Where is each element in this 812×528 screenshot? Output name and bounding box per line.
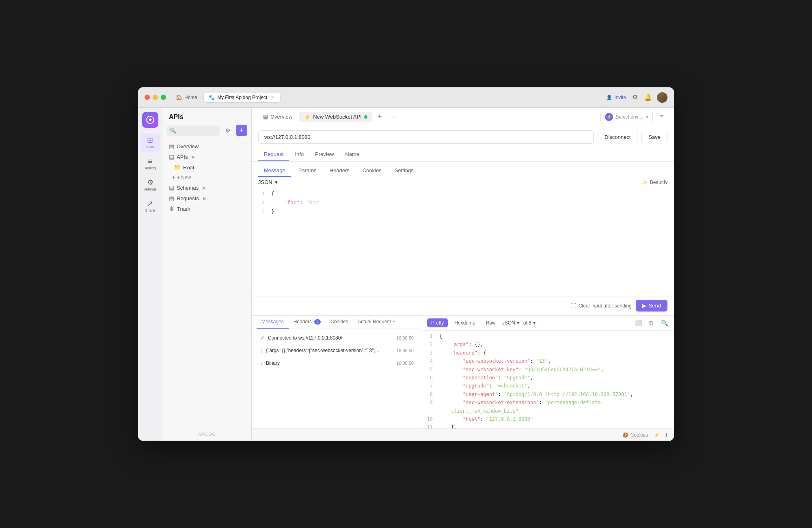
response-encoding-selector[interactable]: utf8 ▾	[523, 320, 536, 326]
req-tab-info[interactable]: Info	[289, 148, 309, 161]
secondary-sidebar: APIs 🔍 ⚙ + ▤ Overview ▤ APIs ▶	[162, 108, 252, 441]
requests-tree-icon: ▤	[169, 195, 174, 201]
message-left-binary: ↓ Binary	[260, 360, 393, 366]
bottom-tab-messages[interactable]: Messages	[257, 316, 289, 329]
tree-item-trash[interactable]: 🗑 Trash	[166, 203, 248, 214]
message-item-connected[interactable]: ✓ Connected to ws://127.0.0.1:8080/ 16:0…	[254, 332, 419, 344]
message-item-binary[interactable]: ↓ Binary 16:08:50	[254, 357, 419, 369]
resp-tab-pretty[interactable]: Pretty	[427, 318, 448, 327]
maximize-button[interactable]	[161, 95, 166, 100]
sidebar-item-settings[interactable]: ⚙ Settings	[140, 175, 160, 195]
sidebar-item-share[interactable]: ↗ Share	[140, 196, 160, 216]
search-icon: 🔍	[170, 128, 176, 134]
beautify-button[interactable]: ✨ Beautify	[642, 180, 667, 185]
root-tree-label: Root	[183, 164, 194, 171]
resp-line-1: 1 {	[426, 332, 670, 340]
resp-line-10: 10 "host": "127.0.0.1:8080"	[426, 415, 670, 423]
cookies-status-label: Cookies	[631, 432, 648, 438]
status-icon-2[interactable]: ⚡	[654, 432, 660, 438]
sidebar-title: APIs	[169, 113, 184, 121]
invite-button[interactable]: 👤 Invite	[606, 95, 626, 100]
share-icon: ↗	[147, 200, 153, 207]
resp-line-9b: client_max_window_bits",	[426, 407, 670, 415]
clear-input-checkbox[interactable]	[571, 303, 576, 308]
resp-line-4: 4 "sec-websocket-version": "13",	[426, 357, 670, 365]
info-status-icon: ℹ	[665, 432, 667, 438]
save-button[interactable]: Save	[641, 131, 667, 143]
disconnect-button[interactable]: Disconnect	[598, 131, 637, 143]
nav-tab-ws[interactable]: ⚡ New WebSocket API	[299, 112, 372, 122]
bell-icon[interactable]: 🔔	[644, 93, 652, 102]
add-button[interactable]: +	[236, 125, 247, 136]
format-selector[interactable]: JSON ▾	[258, 179, 278, 185]
testing-icon: ≡	[148, 158, 152, 165]
env-icon: ⚡	[605, 113, 613, 121]
ws-icon: ⚡	[304, 114, 311, 120]
message-list: ✓ Connected to ws://127.0.0.1:8080/ 16:0…	[252, 329, 422, 428]
sidebar-item-testing[interactable]: ≡ Testing	[140, 154, 160, 173]
testing-label: Testing	[144, 166, 156, 170]
home-icon: 🏠	[176, 95, 182, 100]
filter-button[interactable]: ⚙	[222, 125, 233, 136]
nav-tab-overview[interactable]: ▤ Overview	[258, 112, 297, 122]
tree-item-apis[interactable]: ▤ APIs ▶	[166, 151, 248, 162]
tab-home[interactable]: 🏠 Home	[171, 93, 202, 102]
code-line-2: 2 "foo": "bar"	[258, 198, 667, 207]
msg-tab-headers[interactable]: Headers	[324, 165, 355, 177]
req-tab-name[interactable]: Name	[339, 148, 365, 161]
msg-tab-params[interactable]: Params	[293, 165, 322, 177]
resp-tab-hexdump[interactable]: Hexdump	[450, 318, 479, 327]
req-tab-request[interactable]: Request	[258, 148, 289, 161]
search-resp-icon-btn[interactable]: 🔍	[659, 318, 669, 328]
nav-menu-button[interactable]: ≡	[656, 111, 667, 123]
tab-home-label: Home	[184, 95, 197, 100]
tree-item-overview[interactable]: ▤ Overview	[166, 141, 248, 151]
cookies-status[interactable]: 🍪 Cookies	[622, 432, 648, 438]
status-icon-3[interactable]: ℹ	[665, 432, 667, 438]
response-format-chevron: ▾	[517, 320, 519, 326]
url-input[interactable]	[258, 130, 594, 144]
copy-icon-btn[interactable]: ⧉	[646, 318, 656, 328]
list-icon-btn[interactable]: ≡	[538, 318, 548, 328]
tab-close-icon[interactable]: ×	[270, 95, 275, 100]
invite-icon: 👤	[606, 95, 612, 100]
status-bar: 🍪 Cookies ⚡ ℹ	[252, 428, 674, 441]
tab-project[interactable]: 🐾 My First Apidog Project ×	[204, 93, 280, 102]
tree-item-root[interactable]: 📁 Root	[166, 162, 248, 173]
clear-section: Clear input after sending ▶ Send	[252, 296, 674, 315]
binary-text: Binary	[266, 360, 280, 366]
response-format-selector[interactable]: JSON ▾	[502, 320, 519, 326]
bottom-tab-actual-request[interactable]: Actual Request •	[353, 316, 400, 329]
settings-icon[interactable]: ⚙	[631, 93, 639, 102]
icon-sidebar: ⊞ APIs ≡ Testing ⚙ Settings ↗ Share	[138, 108, 162, 441]
msg-tab-cookies[interactable]: Cookies	[357, 165, 387, 177]
message-item-1[interactable]: ↓ {"args":{},"headers":{"sec-websocket-v…	[254, 344, 419, 357]
msg-tab-settings[interactable]: Settings	[389, 165, 419, 177]
tree-item-schemas[interactable]: ▤ Schemas ▶	[166, 182, 248, 193]
settings-label: Settings	[143, 187, 157, 191]
clear-label: Clear input after sending	[579, 303, 632, 309]
avatar[interactable]	[657, 92, 667, 103]
message-text-1: {"args":{},"headers":{"sec-websocket-ver…	[266, 348, 379, 353]
new-button[interactable]: + + New	[166, 173, 248, 182]
env-selector[interactable]: ⚡ Select envi... ▾	[600, 111, 653, 123]
req-tab-preview[interactable]: Preview	[309, 148, 339, 161]
send-button[interactable]: ▶ Send	[636, 300, 667, 312]
project-icon: 🐾	[209, 95, 215, 100]
tree-item-requests[interactable]: ▤ Requests ▶	[166, 193, 248, 203]
nav-add-button[interactable]: +	[374, 111, 385, 123]
search-input[interactable]	[179, 128, 216, 133]
close-button[interactable]	[145, 95, 150, 100]
msg-tab-message[interactable]: Message	[258, 165, 291, 177]
sidebar-item-apis[interactable]: ⊞ APIs	[140, 133, 160, 152]
request-tabs: Request Info Preview Name	[252, 148, 674, 162]
expand-icon-btn[interactable]: ⬜	[633, 318, 643, 328]
bottom-tab-headers[interactable]: Headers 4	[289, 316, 326, 329]
code-editor[interactable]: 1 { 2 "foo": "bar" 3 }	[252, 188, 674, 296]
minimize-button[interactable]	[153, 95, 158, 100]
resp-tab-raw[interactable]: Raw	[482, 318, 500, 327]
invite-label: Invite	[614, 95, 626, 100]
nav-more-button[interactable]: ···	[387, 111, 398, 123]
headers-tab-label: Headers	[294, 319, 312, 325]
bottom-tab-cookies[interactable]: Cookies	[326, 316, 353, 329]
